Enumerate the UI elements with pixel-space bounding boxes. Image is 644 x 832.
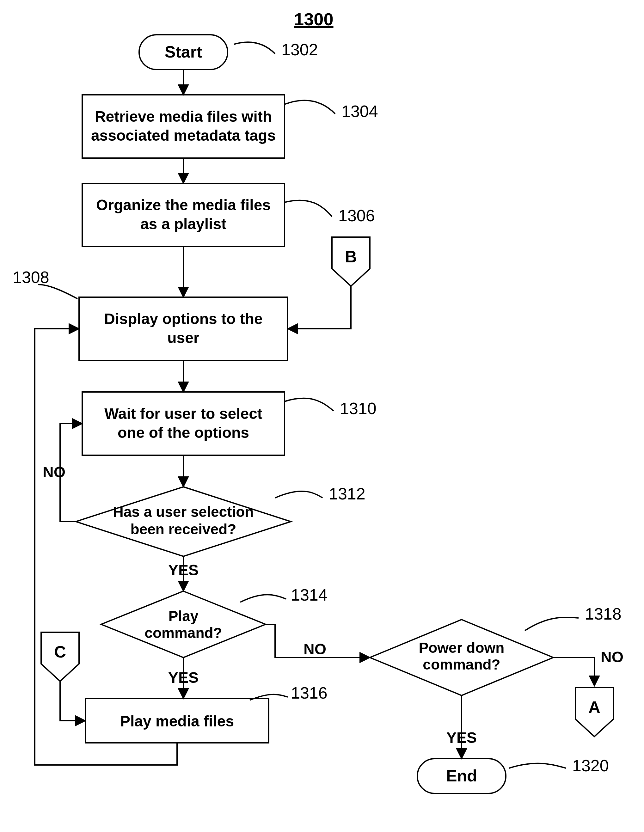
ref-1308: 1308 — [13, 268, 49, 286]
label-1314-no: NO — [303, 641, 326, 658]
flowchart-diagram: 1300 Start 1302 Retrieve media files wit… — [0, 0, 644, 832]
svg-rect-2 — [82, 95, 285, 158]
connector-a: A — [575, 688, 614, 736]
ref-1320: 1320 — [572, 757, 609, 775]
svg-text:Start: Start — [165, 43, 202, 61]
svg-text:Wait for user to select: Wait for user to select — [104, 405, 263, 422]
edge-1318-no — [553, 658, 594, 686]
svg-text:command?: command? — [423, 656, 500, 673]
svg-text:Has a user selection: Has a user selection — [113, 504, 254, 520]
svg-text:associated metadata tags: associated metadata tags — [91, 127, 276, 144]
svg-text:Organize the media files: Organize the media files — [96, 197, 271, 213]
svg-text:user: user — [167, 330, 199, 346]
node-end: End — [417, 758, 506, 794]
label-1318-no: NO — [601, 649, 623, 666]
node-1318: Power down command? Power down command? — [0, 0, 553, 696]
label-1314-yes: YES — [168, 669, 199, 686]
label-1312-no: NO — [43, 464, 66, 480]
svg-text:C: C — [54, 643, 66, 661]
svg-text:as a playlist: as a playlist — [140, 216, 226, 232]
connector-c: C — [41, 632, 79, 681]
edge-c-1316 — [60, 681, 85, 721]
svg-text:one of the options: one of the options — [118, 424, 249, 441]
svg-rect-15 — [82, 392, 285, 455]
node-1316: Play media files — [85, 699, 269, 743]
ref-1310: 1310 — [340, 399, 376, 418]
node-1308: Display options to the user Display opti… — [0, 0, 288, 360]
ref-1306: 1306 — [338, 206, 375, 225]
node-start: Start — [139, 35, 227, 70]
ref-1318: 1318 — [585, 605, 622, 623]
svg-text:Display options to the: Display options to the — [104, 310, 263, 327]
svg-text:A: A — [588, 698, 601, 716]
svg-text:command?: command? — [144, 625, 222, 641]
svg-rect-11 — [79, 297, 288, 360]
svg-text:Play media files: Play media files — [120, 713, 234, 730]
ref-1314: 1314 — [291, 586, 328, 604]
svg-text:been received?: been received? — [131, 521, 237, 538]
ref-1304: 1304 — [341, 102, 378, 120]
svg-text:End: End — [446, 766, 477, 785]
ref-1312: 1312 — [329, 485, 365, 503]
svg-rect-6 — [82, 183, 285, 246]
figure-number: 1300 — [294, 9, 333, 29]
ref-1316: 1316 — [291, 684, 328, 702]
label-1312-yes: YES — [168, 562, 199, 579]
edge-b-1308 — [288, 286, 351, 329]
svg-text:Play: Play — [168, 608, 199, 624]
svg-text:Power down: Power down — [419, 640, 505, 656]
node-1304: Retrieve media files with associated met… — [0, 0, 285, 158]
svg-text:Retrieve media files with: Retrieve media files with — [95, 108, 272, 125]
svg-text:B: B — [345, 248, 357, 266]
connector-b: B — [332, 237, 370, 286]
label-1318-yes: YES — [446, 729, 477, 746]
ref-1302: 1302 — [281, 40, 318, 59]
